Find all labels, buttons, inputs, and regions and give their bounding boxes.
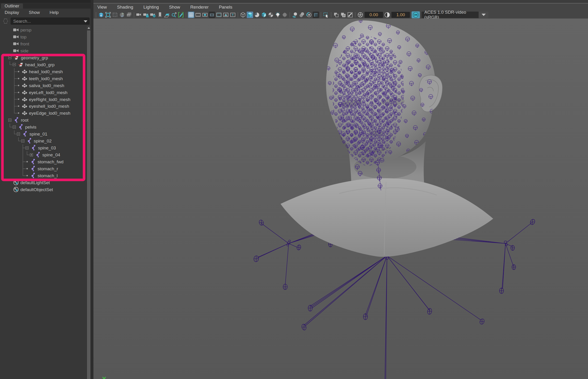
grease-pencil-icon[interactable]	[178, 12, 184, 18]
smooth-shade-icon[interactable]	[247, 12, 253, 18]
safe-action-icon[interactable]	[223, 12, 229, 18]
search-input[interactable]: Search...	[11, 18, 89, 25]
bookmark-icon[interactable]	[157, 12, 163, 18]
select-camera-a-icon[interactable]: A	[98, 12, 104, 18]
pan-zoom-icon[interactable]	[171, 12, 177, 18]
film-fit-icon[interactable]	[119, 12, 125, 18]
motion-blur-icon[interactable]	[306, 12, 312, 18]
gate-mask-icon[interactable]	[209, 12, 215, 18]
gate-mask-outline-icon[interactable]	[112, 12, 118, 18]
tree-item-eyeRight_lod0_mesh[interactable]: eyeRight_lod0_mesh	[0, 96, 87, 103]
tree-item-top[interactable]: top	[0, 33, 87, 40]
filter-icon[interactable]	[2, 18, 9, 24]
colorspace-dropdown-arrow-icon[interactable]	[479, 12, 488, 18]
shadows-icon[interactable]	[292, 12, 298, 18]
tree-connector	[23, 169, 26, 169]
xray-joints-icon[interactable]	[347, 12, 353, 18]
outliner-menu-display[interactable]: Display	[5, 10, 19, 15]
collapse-minus-icon[interactable]	[13, 63, 16, 66]
tree-item-teeth_lod0_mesh[interactable]: teeth_lod0_mesh	[0, 75, 87, 82]
safe-title-icon[interactable]: T	[230, 12, 236, 18]
tree-connector	[27, 155, 30, 155]
search-dropdown-arrow-icon[interactable]	[84, 20, 87, 22]
tree-item-defaultObjectSet[interactable]: defaultObjectSet	[0, 186, 87, 193]
viewport-menu-renderer[interactable]: Renderer	[190, 5, 209, 10]
tree-item-eyeLeft_lod0_mesh[interactable]: eyeLeft_lod0_mesh	[0, 89, 87, 96]
resolution-gate-icon[interactable]	[202, 12, 208, 18]
tree-item-front[interactable]: front	[0, 40, 87, 47]
shade-wireframe-icon[interactable]	[254, 12, 260, 18]
flat-light-icon[interactable]	[282, 12, 288, 18]
wireframe-icon[interactable]	[240, 12, 246, 18]
xray-active-icon[interactable]	[340, 12, 346, 18]
tree-item-eyeEdge_lod0_mesh[interactable]: eyeEdge_lod0_mesh	[0, 110, 87, 116]
collapse-minus-icon[interactable]	[17, 132, 20, 136]
outliner-menu-help[interactable]: Help	[50, 10, 59, 15]
tree-item-label: eyeLeft_lod0_mesh	[29, 90, 67, 95]
tree-item-head_lod0_mesh[interactable]: head_lod0_mesh	[0, 68, 87, 75]
collapse-minus-icon[interactable]	[8, 119, 11, 122]
viewport-menu-lighting[interactable]: Lighting	[144, 5, 159, 10]
camera-plane-icon[interactable]	[164, 12, 170, 18]
isolate-select-icon[interactable]	[323, 12, 329, 18]
default-material-icon[interactable]	[268, 12, 274, 18]
outliner-scrollbar[interactable]	[87, 26, 91, 379]
scrollbar-up-arrow-icon[interactable]	[87, 26, 91, 30]
viewport-menu-panels[interactable]: Panels	[219, 5, 232, 10]
gamma-icon[interactable]	[384, 12, 390, 18]
scrollbar-thumb[interactable]	[87, 30, 90, 379]
collapse-minus-icon[interactable]	[8, 56, 11, 59]
panel-splitter[interactable]	[91, 0, 93, 379]
tree-connector	[14, 79, 18, 79]
colorspace-dropdown[interactable]: ACES 1.0 SDR-video (sRGB)	[421, 12, 479, 18]
exposure-icon[interactable]	[357, 12, 364, 18]
tree-item-spine_03[interactable]: spine_03	[0, 144, 87, 151]
tab-outliner[interactable]: Outliner	[1, 3, 23, 9]
tree-item-spine_02[interactable]: spine_02	[0, 137, 87, 144]
field-chart-icon[interactable]	[216, 12, 222, 18]
viewport-3d-scene[interactable]: Y	[93, 18, 588, 379]
resolution-frame-icon[interactable]	[105, 12, 111, 18]
image-plane-icon[interactable]	[126, 12, 132, 18]
camera-lock-icon[interactable]	[143, 12, 149, 18]
tree-item-label: teeth_lod0_mesh	[29, 76, 63, 81]
gamma-field[interactable]: 1.00	[391, 12, 410, 18]
xray-icon[interactable]	[333, 12, 339, 18]
camera-icon[interactable]	[136, 12, 142, 18]
camera-settings-icon[interactable]	[150, 12, 156, 18]
multisample-icon[interactable]	[313, 12, 319, 18]
viewport-menu-shading[interactable]: Shading	[117, 5, 133, 10]
textured-icon[interactable]	[261, 12, 267, 18]
ssao-icon[interactable]	[299, 12, 305, 18]
collapse-minus-icon[interactable]	[13, 126, 16, 128]
viewport-menu-show[interactable]: Show	[169, 5, 180, 10]
tree-connector	[10, 65, 13, 65]
tree-item-eyeshell_lod0_mesh[interactable]: eyeshell_lod0_mesh	[0, 103, 87, 110]
tree-item-head_lod0_grp[interactable]: head_lod0_grp	[0, 61, 87, 68]
tree-item-stomach_fwd[interactable]: stomach_fwd	[0, 158, 87, 165]
expand-plus-icon[interactable]	[30, 153, 33, 156]
film-gate-icon[interactable]	[195, 12, 201, 18]
tree-item-persp[interactable]: persp	[0, 26, 87, 33]
tree-item-root[interactable]: root	[0, 116, 87, 124]
tree-item-geometry_grp[interactable]: geometry_grp	[0, 54, 87, 61]
collapse-minus-icon[interactable]	[26, 146, 29, 149]
outliner-menu-show[interactable]: Show	[29, 10, 40, 15]
tree-item-saliva_lod0_mesh[interactable]: saliva_lod0_mesh	[0, 82, 87, 89]
exposure-field[interactable]: 0.00	[365, 12, 383, 18]
tree-item-pelvis[interactable]: pelvis	[0, 124, 87, 130]
viewport-panel: ViewShadingLightingShowRendererPanels AT…	[93, 3, 588, 379]
collapse-minus-icon[interactable]	[21, 140, 24, 142]
color-management-toggle[interactable]: ON	[412, 11, 420, 18]
tree-item-stomach_r[interactable]: stomach_r	[0, 165, 87, 172]
viewport-menu-view[interactable]: View	[97, 5, 107, 10]
tree-item-defaultLightSet[interactable]: defaultLightSet	[0, 179, 87, 186]
grid-icon[interactable]	[188, 12, 194, 18]
tree-item-spine_04[interactable]: spine_04	[0, 151, 87, 158]
tree-item-stomach_l[interactable]: stomach_l	[0, 172, 87, 179]
tree-item-spine_01[interactable]: spine_01	[0, 130, 87, 137]
color-management-on-label: ON	[413, 12, 419, 18]
tree-item-side[interactable]: side	[0, 47, 87, 54]
tree-item-label: defaultLightSet	[20, 180, 50, 185]
lights-icon[interactable]	[274, 12, 281, 18]
